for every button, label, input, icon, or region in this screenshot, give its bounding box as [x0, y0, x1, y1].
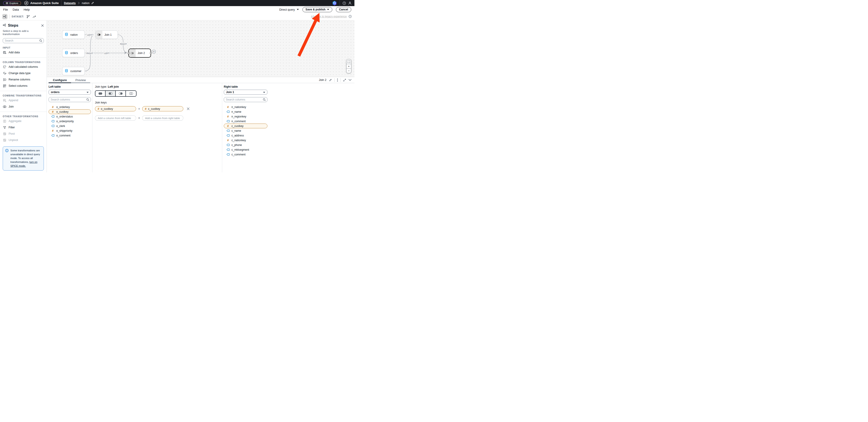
string-icon	[51, 134, 55, 137]
help-icon[interactable]: ?	[342, 1, 346, 5]
node-join-2[interactable]: Join 2	[128, 48, 151, 58]
cancel-button[interactable]: Cancel	[336, 7, 351, 12]
quick-suite-color-logo[interactable]	[332, 1, 337, 6]
left-join-key-pill[interactable]: # o_custkey	[95, 106, 136, 111]
column-list-item[interactable]: # n_nationkey	[224, 105, 268, 109]
column-list-item[interactable]: # o_custkey	[49, 109, 91, 114]
transformation-step-item[interactable]: Unpivot	[3, 137, 44, 143]
close-icon[interactable]	[41, 24, 44, 27]
column-list-item[interactable]: c_mktsegment	[224, 147, 268, 152]
fit-view-button[interactable]	[346, 59, 351, 64]
left-table-select[interactable]: orders	[49, 90, 91, 95]
column-name: c_nationkey	[231, 139, 246, 142]
other-transformations-list: Aggregate Filter Pivot Unpivot	[3, 118, 44, 143]
quick-suite-logo-icon	[24, 1, 29, 5]
transformation-step-item[interactable]: Aggregate	[3, 118, 44, 124]
left-table-label: Left table	[49, 85, 91, 88]
column-list-item[interactable]: c_phone	[224, 142, 268, 147]
kebab-menu-icon[interactable]	[337, 78, 338, 82]
query-mode-dropdown[interactable]: Direct query	[279, 8, 299, 11]
menu-help[interactable]: Help	[24, 8, 30, 11]
input-port[interactable]	[128, 52, 129, 54]
column-list-item[interactable]: # o_shippriority	[49, 128, 91, 133]
transformation-step-item[interactable]: Add data	[3, 50, 44, 55]
tab-configure[interactable]: Configure	[49, 77, 71, 83]
database-icon	[65, 33, 68, 37]
left-columns-search-input[interactable]	[49, 97, 91, 102]
transformation-step-item[interactable]: Rename columns	[3, 76, 44, 83]
steps-search-input[interactable]	[3, 38, 44, 43]
column-list-item[interactable]: o_orderstatus	[49, 114, 91, 119]
analysis-trend-icon[interactable]	[33, 15, 36, 18]
numeric-icon: #	[226, 105, 230, 109]
calculated-columns-icon: fx	[3, 65, 6, 69]
column-list-item[interactable]: o_orderpriority	[49, 119, 91, 124]
column-list-item[interactable]: # c_nationkey	[224, 138, 268, 142]
numeric-icon: #	[226, 115, 230, 118]
breadcrumb-datasets-link[interactable]: Datasets	[64, 2, 76, 5]
tab-preview[interactable]: Preview	[71, 77, 90, 83]
rename-dataset-pencil-icon[interactable]	[91, 2, 94, 4]
transformation-step-item[interactable]: Change data type	[3, 70, 44, 76]
equals-sign: =	[138, 107, 140, 110]
column-list-item[interactable]: n_comment	[224, 119, 268, 124]
dataset-name: nation	[82, 2, 90, 5]
join-type-inner-button[interactable]	[126, 91, 136, 96]
join-type-right-button[interactable]	[116, 91, 126, 96]
right-join-key-pill[interactable]: # c_custkey	[142, 106, 183, 111]
output-port[interactable]	[150, 52, 152, 54]
column-list-item[interactable]: c_address	[224, 133, 268, 138]
info-icon[interactable]	[348, 15, 352, 18]
menu-data[interactable]: Data	[13, 8, 19, 11]
search-icon[interactable]	[86, 98, 89, 102]
column-list-item[interactable]: c_name	[224, 128, 268, 133]
column-list-item[interactable]: o_clerk	[49, 124, 91, 128]
transformation-step-item[interactable]: Filter	[3, 125, 44, 130]
steps-flow-view-button[interactable]	[2, 14, 7, 19]
node-customer[interactable]: customer	[62, 67, 85, 75]
add-left-column-field[interactable]: Add a column from left table	[95, 116, 136, 121]
node-nation[interactable]: nation	[62, 31, 85, 39]
node-join-1[interactable]: Join 1	[95, 31, 118, 39]
join-type-full-button[interactable]	[95, 91, 105, 96]
right-columns-search-input[interactable]	[224, 97, 268, 102]
right-table-select[interactable]: Join 1	[224, 90, 268, 95]
section-label-column-transformations: COLUMN TRANSFORMATIONS	[3, 61, 44, 63]
join-type-left-button[interactable]	[105, 91, 116, 96]
user-account-icon[interactable]	[348, 1, 352, 5]
step-item-label: Unpivot	[8, 138, 18, 142]
switch-to-legacy-link[interactable]: tch back to legacy experience	[311, 15, 347, 18]
column-list-item[interactable]: # o_orderkey	[49, 105, 91, 109]
search-icon[interactable]	[263, 98, 266, 102]
transformation-step-item[interactable]: Pivot	[3, 131, 44, 137]
node-orders[interactable]: orders	[62, 49, 85, 57]
string-icon	[51, 120, 55, 123]
column-list-item[interactable]: # c_custkey	[224, 124, 268, 128]
rename-step-pencil-icon[interactable]	[329, 78, 332, 82]
numeric-icon: #	[51, 110, 55, 113]
save-and-publish-button[interactable]: Save & publish	[303, 7, 332, 12]
transformation-step-item[interactable]: Select columns	[3, 83, 44, 89]
add-right-column-field[interactable]: Add a column from right table	[142, 116, 183, 121]
transformation-step-item[interactable]: Append	[3, 97, 44, 103]
transformation-step-item[interactable]: fx Add calculated columns	[3, 64, 44, 70]
remove-join-key-icon[interactable]	[187, 107, 190, 110]
collapse-panel-chevron-icon[interactable]	[348, 79, 351, 81]
transformation-step-item[interactable]: Join	[3, 104, 44, 109]
add-step-plus-button[interactable]: +	[152, 50, 156, 53]
column-list-item[interactable]: n_name	[224, 109, 268, 114]
divider	[9, 14, 10, 19]
lineage-branch-icon[interactable]	[26, 15, 30, 18]
string-icon	[226, 134, 230, 137]
zoom-in-button[interactable]: +	[346, 64, 351, 68]
zoom-out-button[interactable]: −	[346, 68, 351, 73]
search-icon[interactable]	[39, 39, 42, 43]
column-list-item[interactable]: # n_regionkey	[224, 114, 268, 119]
column-list-item[interactable]: o_comment	[49, 133, 91, 138]
dataflow-canvas[interactable]: LEFT RIGHT LEFT RIGHT nation orders cust…	[47, 20, 354, 77]
explore-button[interactable]: Explore	[3, 1, 21, 5]
menu-file[interactable]: File	[3, 8, 8, 11]
expand-panel-icon[interactable]	[343, 78, 346, 82]
edge-label-right: RIGHT	[86, 52, 94, 54]
column-list-item[interactable]: c_comment	[224, 152, 268, 157]
